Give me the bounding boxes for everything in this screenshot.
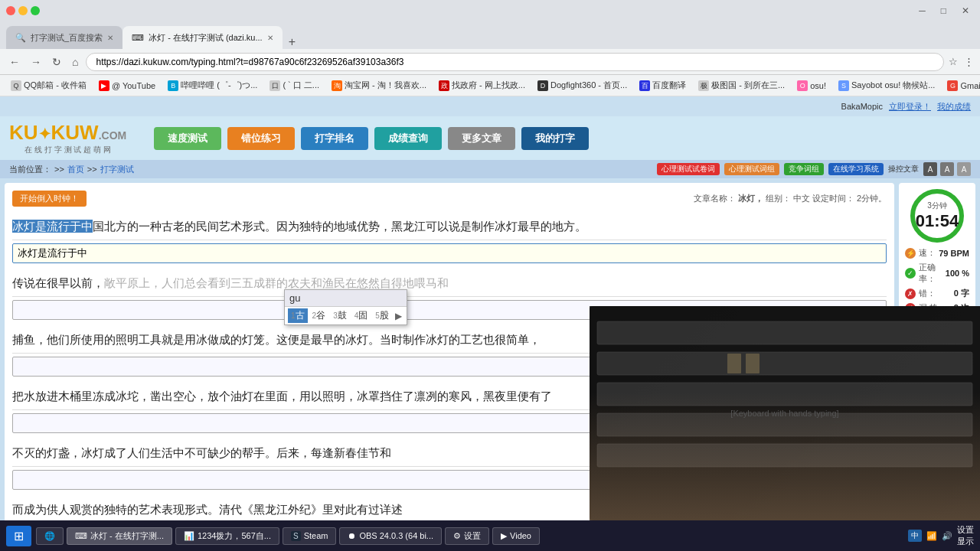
window-action-minimize[interactable]: ─ bbox=[914, 4, 930, 18]
errors-label: 错： bbox=[919, 288, 951, 299]
ime-candidate-2[interactable]: 2谷 bbox=[309, 308, 329, 323]
bookmark-osu[interactable]: O osu! bbox=[792, 79, 831, 93]
taskbar-label-settings: 设置 bbox=[464, 530, 481, 542]
tab-close-typing[interactable]: ✕ bbox=[267, 34, 273, 42]
bookmark-dogfight[interactable]: D Dogfight360 - 首页... bbox=[533, 78, 632, 93]
taskbar-item-steam[interactable]: S Steam bbox=[283, 527, 336, 545]
logo-text: KU✦KUW.COM bbox=[9, 121, 126, 145]
ime-candidate-3[interactable]: 3鼓 bbox=[330, 308, 350, 323]
bookmark-sayobot[interactable]: S Sayobot osu! 物候站... bbox=[834, 78, 939, 93]
bookmark-label-gmail: Gmail bbox=[960, 81, 980, 90]
user-bar: BakaMopic 立即登录！ 我的成绩 bbox=[0, 96, 980, 116]
browser-chrome: ─ □ ✕ 🔍 打字测试_百度搜索 ✕ ⌨ 冰灯 - 在线打字测试 (dazi.… bbox=[0, 0, 980, 96]
home-button[interactable]: ⌂ bbox=[69, 54, 81, 70]
bookmark-favicon-jitu: 极 bbox=[698, 80, 709, 91]
speed-value: 79 BPM bbox=[939, 249, 969, 258]
ime-candidate-4[interactable]: 4固 bbox=[351, 308, 371, 323]
taskbar-icon-obs: ⏺ bbox=[348, 531, 356, 540]
url-input[interactable] bbox=[86, 53, 944, 71]
taskbar-item-settings[interactable]: ⚙ 设置 bbox=[445, 527, 489, 545]
taskbar-icon-video: ▶ bbox=[501, 531, 507, 541]
bookmark-label-taobao: 淘宝网 - 淘！我喜欢... bbox=[345, 80, 426, 91]
taskbar-label-typing: 冰灯 - 在线打字测... bbox=[90, 530, 164, 542]
start-countdown-button[interactable]: 开始倒入时钟！ bbox=[12, 191, 87, 207]
bookmark-favicon-taobao: 淘 bbox=[332, 80, 342, 91]
badge-psych-test[interactable]: 心理测试试卷词 bbox=[657, 163, 720, 175]
bookmark-gov[interactable]: 政 找政府 - 网上找政... bbox=[434, 78, 530, 93]
window-action-close[interactable]: ✕ bbox=[957, 4, 974, 18]
bc-icon-2[interactable]: A bbox=[940, 162, 954, 176]
nav-my-typing[interactable]: 我的打字 bbox=[521, 127, 589, 150]
taskbar-date-display: 显示 bbox=[957, 536, 974, 547]
bookmark-label-misc1: ( ` 口 二... bbox=[283, 80, 319, 91]
taskbar-item-excel[interactable]: 📊 1234拨力，567自... bbox=[175, 527, 279, 545]
address-bar-icons: ☆ ⋮ bbox=[949, 56, 974, 67]
forward-button[interactable]: → bbox=[28, 54, 44, 70]
text-name-label: 文章名称： bbox=[694, 194, 736, 203]
taskbar-time-display: 设置 bbox=[957, 524, 974, 536]
taskbar-item-typing[interactable]: ⌨ 冰灯 - 在线打字测... bbox=[67, 527, 172, 545]
nav-ranking[interactable]: 打字排名 bbox=[301, 127, 368, 150]
tab-close-search[interactable]: ✕ bbox=[107, 34, 113, 42]
my-records-link[interactable]: 我的成绩 bbox=[937, 101, 971, 112]
bookmark-qq[interactable]: Q QQ邮箱 - 收件箱 bbox=[6, 78, 91, 93]
bookmark-label-sayobot: Sayobot osu! 物候站... bbox=[851, 80, 935, 91]
bookmark-baidu-trans[interactable]: 百 百度翻译 bbox=[635, 78, 691, 93]
errors-value: 0 字 bbox=[954, 288, 969, 299]
bc-icon-3[interactable]: A bbox=[957, 162, 971, 176]
bookmark-star-icon[interactable]: ☆ bbox=[949, 56, 958, 67]
bookmark-misc1[interactable]: 口 ( ` 口 二... bbox=[265, 78, 324, 93]
bookmark-youtube[interactable]: ▶ @ YouTube bbox=[94, 79, 160, 93]
login-link[interactable]: 立即登录！ bbox=[889, 101, 931, 112]
typing-header: 开始倒入时钟！ 文章名称： 冰灯， 组别： 中文 设定时间： 2分钟。 bbox=[12, 191, 887, 207]
taskbar-item-video[interactable]: ▶ Video bbox=[492, 527, 540, 545]
text-name-value: 冰灯， bbox=[738, 194, 763, 203]
bookmark-gmail[interactable]: G Gmail bbox=[942, 79, 980, 93]
tray-network-icon[interactable]: 📶 bbox=[926, 531, 937, 541]
breadcrumb-typing-link[interactable]: 打字测试 bbox=[100, 164, 134, 175]
badge-compete[interactable]: 竞争词组 bbox=[784, 163, 824, 175]
text-remaining-1: 国北方的一种古老的民间艺术形式。因为独特的地域优势，黑龙江可以说是制作冰灯最早的… bbox=[93, 220, 586, 233]
taskbar-icon-chrome: 🌐 bbox=[44, 531, 55, 541]
tray-sound-icon[interactable]: 🔊 bbox=[942, 531, 952, 541]
badge-control[interactable]: 操控文章 bbox=[888, 164, 919, 174]
stat-accuracy: ✓ 正确率： 100 % bbox=[905, 262, 969, 285]
ime-candidate-1[interactable]: 1古 bbox=[288, 308, 308, 323]
refresh-button[interactable]: ↻ bbox=[49, 54, 64, 70]
taskbar-favicon-typing: ⌨ bbox=[75, 531, 87, 541]
taskbar-item-obs[interactable]: ⏺ OBS 24.0.3 (64 bi... bbox=[339, 527, 442, 545]
breadcrumb-sep1: >> bbox=[54, 165, 64, 174]
stat-speed: ⚡ 速： 79 BPM bbox=[905, 247, 969, 259]
start-button[interactable]: ⊞ bbox=[6, 526, 31, 546]
badge-psych-group[interactable]: 心理测试词组 bbox=[724, 163, 779, 175]
bookmark-jitu[interactable]: 极 极图国 - 到所在三... bbox=[694, 78, 789, 93]
bookmark-taobao[interactable]: 淘 淘宝网 - 淘！我喜欢... bbox=[327, 78, 431, 93]
accuracy-icon: ✓ bbox=[905, 268, 916, 279]
ime-candidate-5[interactable]: 5股 bbox=[372, 308, 392, 323]
language-label: 组别： bbox=[766, 194, 791, 203]
breadcrumb-home-link[interactable]: 首页 bbox=[67, 164, 84, 175]
ime-nav-next[interactable]: ▶ bbox=[394, 311, 403, 321]
tab-typing[interactable]: ⌨ 冰灯 - 在线打字测试 (dazi.ku... ✕ bbox=[122, 26, 283, 49]
tab-title-2: 冰灯 - 在线打字测试 (dazi.ku... bbox=[149, 32, 263, 44]
extensions-icon[interactable]: ⋮ bbox=[964, 56, 974, 67]
tray-ime-icon[interactable]: 中 bbox=[908, 530, 922, 542]
bc-icon-1[interactable]: A bbox=[923, 162, 937, 176]
nav-score-query[interactable]: 成绩查询 bbox=[374, 127, 442, 150]
nav-more-articles[interactable]: 更多文章 bbox=[448, 127, 515, 150]
text-line-6-content: 而成为供人观赏的独特的艺术表现形式。清代《黑龙江外纪》里对此有过详述 bbox=[12, 503, 403, 516]
bookmark-favicon-gov: 政 bbox=[439, 80, 449, 91]
new-tab-button[interactable]: + bbox=[283, 35, 302, 49]
input-line-1[interactable] bbox=[12, 243, 887, 263]
badge-study-system[interactable]: 在线学习系统 bbox=[828, 163, 884, 175]
nav-wrong-practice[interactable]: 错位练习 bbox=[227, 127, 295, 150]
window-action-maximize[interactable]: □ bbox=[936, 4, 951, 18]
tab-search[interactable]: 🔍 打字测试_百度搜索 ✕ bbox=[6, 26, 122, 49]
tab-title: 打字测试_百度搜索 bbox=[31, 32, 103, 44]
ime-input-display: gu bbox=[285, 290, 407, 307]
nav-speed-test[interactable]: 速度测试 bbox=[154, 127, 221, 150]
bookmark-bilibili[interactable]: B 哔哩哔哩 (゜-゜)つ... bbox=[163, 78, 262, 93]
text-line-1: 冰灯是流行于中国北方的一种古老的民间艺术形式。因为独特的地域优势，黑龙江可以说是… bbox=[12, 213, 887, 240]
taskbar-item-chrome[interactable]: 🌐 bbox=[36, 527, 64, 545]
back-button[interactable]: ← bbox=[6, 54, 23, 70]
